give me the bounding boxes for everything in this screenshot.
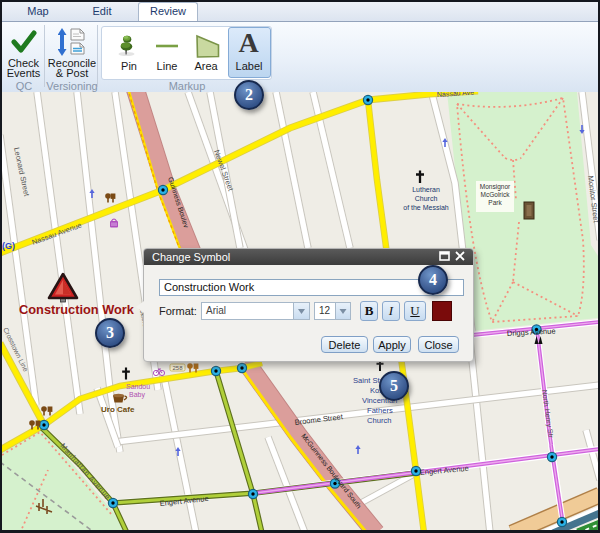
svg-text:Church: Church [415, 195, 438, 202]
svg-text:Church: Church [367, 416, 391, 425]
svg-text:Lutheran: Lutheran [412, 186, 440, 193]
svg-text:McGolrick: McGolrick [481, 191, 511, 198]
svg-text:Sandou: Sandou [126, 383, 150, 390]
svg-text:258: 258 [172, 365, 183, 371]
svg-text:Baby: Baby [129, 391, 145, 399]
svg-text:Construction Work: Construction Work [19, 302, 135, 317]
svg-text:of the Messiah: of the Messiah [403, 204, 449, 211]
svg-text:(G): (G) [2, 241, 15, 251]
svg-text:Park: Park [488, 199, 502, 206]
svg-text:Monsignor: Monsignor [480, 183, 511, 191]
svg-text:Fathers: Fathers [367, 406, 393, 415]
svg-text:Uro Cafe: Uro Cafe [101, 405, 135, 414]
